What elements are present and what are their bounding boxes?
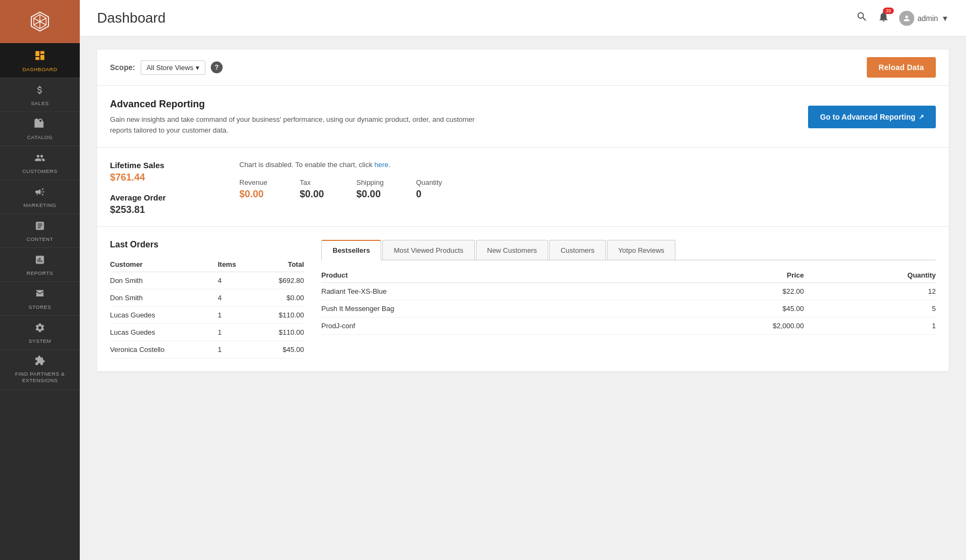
sidebar-logo[interactable] — [0, 0, 80, 43]
quantity-stat: Quantity 0 — [416, 178, 442, 200]
product-quantity: 12 — [804, 283, 936, 300]
stores-icon — [34, 288, 45, 302]
list-item: Radiant Tee-XS-Blue $22.00 12 — [321, 283, 936, 300]
sidebar-item-dashboard-label: DASHBOARD — [23, 66, 58, 72]
chart-disabled-message: Chart is disabled. To enable the chart, … — [239, 161, 936, 169]
header-actions: 39 admin ▼ — [856, 11, 949, 26]
products-col-price: Price — [659, 268, 804, 283]
scope-label: Scope: — [110, 63, 135, 72]
sidebar-item-marketing-label: MARKETING — [24, 202, 57, 208]
table-row: Don Smith 4 $0.00 — [110, 289, 304, 307]
order-total: $110.00 — [254, 307, 304, 324]
order-total: $0.00 — [254, 289, 304, 307]
product-price: $22.00 — [659, 283, 804, 300]
order-items: 4 — [218, 272, 254, 289]
admin-user-menu[interactable]: admin ▼ — [899, 11, 949, 26]
average-order-label: Average Order — [110, 193, 218, 202]
page-title: Dashboard — [97, 10, 165, 26]
order-items: 1 — [218, 324, 254, 341]
table-row: Lucas Guedes 1 $110.00 — [110, 307, 304, 324]
sidebar-item-customers[interactable]: CUSTOMERS — [0, 146, 80, 180]
reports-icon — [34, 254, 45, 268]
product-name: ProdJ-conf — [321, 317, 659, 335]
sidebar-item-system-label: SYSTEM — [29, 338, 51, 344]
order-total: $692.80 — [254, 272, 304, 289]
scope-chevron-down-icon: ▾ — [196, 64, 199, 72]
sidebar-item-marketing[interactable]: MARKETING — [0, 180, 80, 214]
go-to-advanced-reporting-button[interactable]: Go to Advanced Reporting ↗ — [808, 106, 936, 128]
catalog-icon — [34, 119, 45, 132]
revenue-stat: Revenue $0.00 — [239, 178, 267, 200]
stats-right: Chart is disabled. To enable the chart, … — [239, 161, 936, 216]
tab-yotpo[interactable]: Yotpo Reviews — [607, 240, 676, 260]
sidebar-item-sales-label: SALES — [31, 100, 49, 106]
advanced-reporting-text: Advanced Reporting Gain new insights and… — [110, 99, 487, 135]
reload-data-button[interactable]: Reload Data — [867, 57, 936, 78]
sales-icon — [34, 85, 45, 98]
order-customer: Don Smith — [110, 289, 218, 307]
product-name: Push It Messenger Bag — [321, 300, 659, 317]
tab-content: Product Price Quantity Radiant Tee-XS-Bl… — [321, 260, 936, 335]
scope-dropdown[interactable]: All Store Views ▾ — [141, 60, 205, 75]
tab-most-viewed[interactable]: Most Viewed Products — [382, 240, 474, 260]
sidebar-item-dashboard[interactable]: DASHBOARD — [0, 43, 80, 78]
order-total: $45.00 — [254, 341, 304, 358]
scope-left: Scope: All Store Views ▾ ? — [110, 60, 223, 75]
list-item: Push It Messenger Bag $45.00 5 — [321, 300, 936, 317]
tab-bestsellers[interactable]: Bestsellers — [321, 240, 381, 260]
system-icon — [34, 322, 45, 336]
help-icon[interactable]: ? — [211, 61, 223, 73]
orders-col-total: Total — [254, 257, 304, 272]
sidebar-item-content[interactable]: CONTENT — [0, 214, 80, 248]
product-quantity: 1 — [804, 317, 936, 335]
sidebar-item-system[interactable]: SYSTEM — [0, 316, 80, 350]
sidebar-item-stores-label: STORES — [29, 304, 51, 310]
product-quantity: 5 — [804, 300, 936, 317]
scope-value: All Store Views — [147, 64, 194, 72]
sidebar-item-sales[interactable]: SALES — [0, 78, 80, 112]
sidebar-item-extensions-label: FIND PARTNERS & EXTENSIONS — [5, 371, 74, 384]
last-orders-title: Last Orders — [110, 240, 304, 250]
table-row: Veronica Costello 1 $45.00 — [110, 341, 304, 358]
external-link-icon: ↗ — [919, 113, 924, 121]
table-row: Don Smith 4 $692.80 — [110, 272, 304, 289]
marketing-icon — [34, 186, 45, 200]
sidebar-item-catalog[interactable]: CATALOG — [0, 112, 80, 146]
average-order-value: $253.81 — [110, 204, 218, 216]
orders-table: Customer Items Total Don Smith 4 $692.80… — [110, 257, 304, 358]
order-customer: Veronica Costello — [110, 341, 218, 358]
admin-label: admin — [917, 14, 938, 23]
products-col-quantity: Quantity — [804, 268, 936, 283]
order-customer: Lucas Guedes — [110, 307, 218, 324]
stats-numbers: Revenue $0.00 Tax $0.00 Shipping $0.00 — [239, 178, 936, 200]
order-items: 4 — [218, 289, 254, 307]
sidebar-item-reports-label: REPORTS — [26, 270, 53, 276]
chart-enable-link[interactable]: here — [375, 161, 389, 169]
dashboard-card: Scope: All Store Views ▾ ? Reload Data A… — [97, 50, 949, 371]
notification-bell-icon[interactable]: 39 — [878, 11, 889, 25]
notification-count: 39 — [883, 8, 894, 14]
tabs-section: BestsellersMost Viewed ProductsNew Custo… — [321, 240, 936, 358]
bottom-section: Last Orders Customer Items Total Don Smi… — [97, 227, 949, 371]
order-items: 1 — [218, 307, 254, 324]
sidebar-item-stores[interactable]: STORES — [0, 282, 80, 316]
sidebar-item-catalog-label: CATALOG — [27, 134, 53, 140]
order-customer: Don Smith — [110, 272, 218, 289]
sidebar-item-reports[interactable]: REPORTS — [0, 248, 80, 282]
advanced-reporting-description: Gain new insights and take command of yo… — [110, 114, 487, 135]
tab-new-customers[interactable]: New Customers — [476, 240, 548, 260]
sidebar-item-customers-label: CUSTOMERS — [22, 168, 57, 174]
order-customer: Lucas Guedes — [110, 324, 218, 341]
tab-customers[interactable]: Customers — [549, 240, 606, 260]
admin-dropdown-icon: ▼ — [941, 14, 949, 23]
avatar — [899, 11, 914, 26]
sidebar-item-content-label: CONTENT — [26, 236, 53, 242]
sidebar-item-extensions[interactable]: FIND PARTNERS & EXTENSIONS — [0, 350, 80, 390]
search-icon[interactable] — [856, 11, 868, 25]
product-name: Radiant Tee-XS-Blue — [321, 283, 659, 300]
last-orders-section: Last Orders Customer Items Total Don Smi… — [110, 240, 304, 358]
dashboard-icon — [34, 50, 46, 64]
lifetime-sales-value: $761.44 — [110, 172, 218, 183]
products-col-product: Product — [321, 268, 659, 283]
content-icon — [34, 220, 45, 234]
